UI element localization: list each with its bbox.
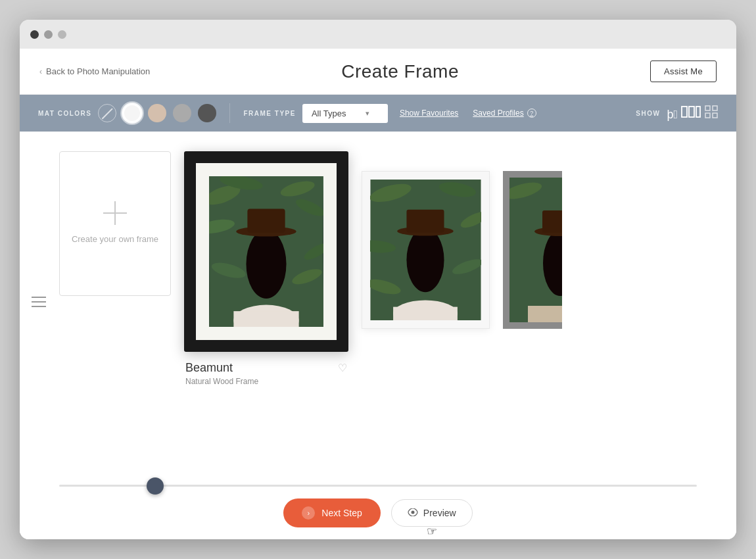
header: ‹ Back to Photo Manipulation Create Fram… (20, 49, 736, 95)
frame-type-section: FRAME TYPE All Types ▾ (243, 104, 387, 123)
frame-gray-photo-svg (509, 178, 562, 322)
create-frame-label: Create your own frame (72, 233, 158, 246)
frame-type-label: FRAME TYPE (243, 110, 295, 117)
frame-white-outer (362, 171, 490, 329)
slider-track[interactable] (59, 485, 697, 487)
heart-icon-beamunt[interactable]: ♡ (338, 362, 347, 374)
color-swatch-white[interactable] (123, 104, 141, 122)
frame-gray-outer (503, 171, 562, 329)
cursor-hand-icon: ☞ (427, 524, 437, 539)
eye-icon (408, 508, 418, 518)
frame-beamunt-mat (196, 163, 337, 340)
frame-beamunt-info: Beamunt ♡ Natural Wood Frame (184, 361, 348, 386)
hamburger-line (32, 306, 46, 307)
svg-rect-1 (689, 107, 694, 117)
assist-me-button[interactable]: Assist Me (650, 61, 717, 82)
svg-rect-0 (682, 107, 687, 117)
frame-beamunt-name: Beamunt (185, 361, 233, 375)
svg-rect-20 (233, 311, 298, 327)
divider (229, 103, 230, 123)
saved-profiles-link[interactable]: Saved Profiles ? (473, 109, 536, 118)
sidebar-toggle[interactable] (32, 297, 46, 307)
woman-photo (209, 176, 323, 327)
color-swatch-none[interactable] (98, 104, 116, 122)
svg-point-28 (406, 228, 444, 292)
color-swatch-beige[interactable] (148, 104, 166, 122)
frame-gray-wrapper (503, 171, 562, 329)
mat-colors-label: MAT COLORS (38, 110, 91, 117)
frame-type-select[interactable]: All Types ▾ (302, 104, 388, 123)
footer: › Next Step Preview ☞ (20, 487, 736, 539)
frame-beamunt-photo (209, 176, 323, 327)
hamburger-line (32, 301, 46, 303)
svg-point-41 (411, 511, 414, 514)
main-content: Create your own frame (20, 132, 736, 472)
svg-rect-5 (705, 113, 710, 118)
frame-card-beamunt[interactable]: Beamunt ♡ Natural Wood Frame (184, 151, 348, 386)
svg-rect-32 (393, 307, 458, 320)
next-step-arrow-icon: › (302, 506, 315, 520)
frames-row: Create your own frame (59, 151, 697, 386)
back-chevron-icon: ‹ (39, 67, 42, 76)
preview-btn-wrapper: Preview ☞ (391, 499, 473, 527)
frame-name-row: Beamunt ♡ (185, 361, 347, 375)
frame-card-white[interactable] (362, 171, 490, 329)
frame-card-gray[interactable] (503, 171, 562, 329)
preview-button[interactable]: Preview (391, 499, 473, 527)
help-icon[interactable]: ? (527, 109, 536, 118)
color-swatch-dark[interactable] (198, 104, 216, 122)
maximize-button[interactable] (58, 30, 66, 39)
view-icons: þ⃝ (667, 105, 718, 122)
color-swatch-gray[interactable] (173, 104, 191, 122)
svg-rect-18 (247, 209, 285, 233)
slider-thumb[interactable] (147, 477, 164, 495)
close-button[interactable] (30, 30, 39, 39)
show-label: SHOW (636, 110, 660, 117)
show-section: SHOW þ⃝ (636, 105, 718, 122)
frame-beamunt-type: Natural Wood Frame (185, 377, 347, 386)
app-content: ‹ Back to Photo Manipulation Create Fram… (20, 49, 736, 539)
svg-rect-40 (528, 306, 562, 322)
frame-white-wrapper (362, 171, 490, 329)
frame-beamunt-wrapper (184, 151, 348, 352)
next-step-label: Next Step (321, 508, 362, 518)
show-favourites-link[interactable]: Show Favourites (400, 109, 458, 118)
frame-white-photo-svg (370, 180, 481, 320)
dropdown-arrow-icon: ▾ (366, 109, 369, 118)
minimize-button[interactable] (44, 30, 53, 39)
frame-beamunt-outer (184, 151, 348, 352)
frame-gray-inner (509, 178, 562, 322)
svg-rect-4 (713, 106, 717, 110)
create-frame-card[interactable]: Create your own frame (59, 151, 171, 296)
title-bar (20, 20, 736, 49)
page-title: Create Frame (341, 61, 459, 82)
svg-rect-2 (696, 107, 700, 117)
preview-label: Preview (423, 508, 456, 518)
next-step-button[interactable]: › Next Step (283, 498, 380, 527)
grid-view-icon[interactable] (705, 105, 718, 122)
saved-profiles-label: Saved Profiles (473, 109, 523, 118)
back-link[interactable]: ‹ Back to Photo Manipulation (39, 66, 150, 76)
svg-rect-39 (542, 210, 562, 233)
frame-type-value: All Types (312, 109, 346, 118)
slider-section (20, 472, 736, 487)
app-window: ‹ Back to Photo Manipulation Create Fram… (20, 20, 736, 539)
list-view-icon[interactable]: þ⃝ (667, 105, 701, 122)
svg-point-16 (246, 230, 286, 299)
hamburger-line (32, 297, 46, 298)
frame-white-mat (370, 180, 481, 320)
back-link-label: Back to Photo Manipulation (46, 66, 150, 76)
svg-rect-3 (705, 106, 710, 110)
mat-colors-section: MAT COLORS (38, 104, 216, 122)
svg-rect-30 (406, 210, 444, 233)
filter-bar: MAT COLORS FRAME TYPE All Types ▾ Show F… (20, 95, 736, 132)
plus-icon (103, 201, 127, 225)
svg-rect-6 (713, 113, 717, 118)
photo-svg (209, 176, 323, 327)
